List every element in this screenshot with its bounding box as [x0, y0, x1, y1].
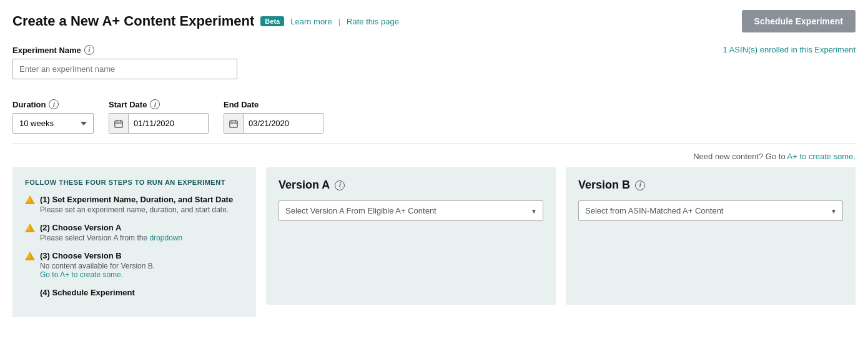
- version-b-title-row: Version B i: [578, 179, 843, 192]
- step-3-desc: No content available for Version B.: [40, 262, 155, 270]
- start-date-field: Start Date i: [109, 99, 209, 134]
- version-a-info-icon[interactable]: i: [335, 180, 345, 190]
- version-a-panel: Version A i Select Version A From Eligib…: [266, 167, 556, 305]
- start-date-info-icon[interactable]: i: [150, 99, 160, 109]
- header-divider: |: [338, 17, 340, 26]
- step-3-content: (3) Choose Version B No content availabl…: [40, 251, 155, 279]
- end-date-label: End Date: [224, 100, 323, 109]
- version-a-select[interactable]: Select Version A From Eligible A+ Conten…: [279, 200, 543, 221]
- step-3-title: (3) Choose Version B: [40, 251, 155, 260]
- experiment-name-section: Experiment Name i: [12, 45, 237, 79]
- start-date-input-wrapper: [109, 113, 209, 134]
- steps-panel-title: FOLLOW THESE FOUR STEPS TO RUN AN EXPERI…: [25, 179, 244, 186]
- duration-info-icon[interactable]: i: [49, 99, 59, 109]
- duration-select[interactable]: 10 weeks 4 weeks 6 weeks 8 weeks 12 week…: [12, 113, 94, 134]
- learn-more-link[interactable]: Learn more: [290, 17, 332, 26]
- version-b-title: Version B: [578, 179, 630, 192]
- version-b-select-wrapper: Select from ASIN-Matched A+ Content ▼: [578, 200, 843, 221]
- duration-field: Duration i 10 weeks 4 weeks 6 weeks 8 we…: [12, 99, 94, 134]
- schedule-experiment-button[interactable]: Schedule Experiment: [742, 10, 856, 32]
- step-3-create-link[interactable]: Go to A+ to create some.: [40, 270, 123, 279]
- svg-rect-4: [230, 121, 237, 127]
- page-title: Create a New A+ Content Experiment: [12, 13, 254, 29]
- step-2-warning-icon: [25, 224, 35, 234]
- step-1-warning-icon: [25, 195, 35, 206]
- step-2-content: (2) Choose Version A Please select Versi…: [40, 223, 182, 242]
- asin-info: 1 ASIN(s) enrolled in this Experiment: [723, 45, 856, 54]
- rate-page-link[interactable]: Rate this page: [347, 17, 399, 26]
- section-divider: [12, 144, 856, 144]
- step-1-desc: Please set an experiment name, duration,…: [40, 205, 233, 214]
- end-date-input[interactable]: [244, 114, 323, 133]
- need-content-text: Need new content? Go to: [693, 152, 787, 161]
- experiment-name-input[interactable]: [12, 59, 237, 79]
- header-left: Create a New A+ Content Experiment Beta …: [12, 13, 399, 29]
- need-content-bar: Need new content? Go to A+ to create som…: [12, 152, 856, 161]
- date-row: Duration i 10 weeks 4 weeks 6 weeks 8 we…: [12, 99, 856, 134]
- step-3-link-row: Go to A+ to create some.: [40, 270, 155, 279]
- version-b-info-icon[interactable]: i: [635, 180, 645, 190]
- version-a-title-row: Version A i: [279, 179, 543, 192]
- version-a-title: Version A: [279, 179, 330, 192]
- experiment-name-info-icon[interactable]: i: [84, 45, 94, 55]
- need-content-link[interactable]: A+ to create some.: [787, 152, 856, 161]
- step-4-title: (4) Schedule Experiment: [40, 288, 244, 297]
- step-4: (4) Schedule Experiment: [25, 288, 244, 297]
- step-3: (3) Choose Version B No content availabl…: [25, 251, 244, 279]
- step-2-desc: Please select Version A from the dropdow…: [40, 234, 182, 242]
- step-1-content: (1) Set Experiment Name, Duration, and S…: [40, 195, 233, 214]
- step-1-title: (1) Set Experiment Name, Duration, and S…: [40, 195, 233, 204]
- svg-rect-0: [115, 121, 122, 127]
- end-date-calendar-icon[interactable]: [224, 114, 244, 133]
- version-b-select[interactable]: Select from ASIN-Matched A+ Content: [578, 200, 843, 221]
- start-date-label: Start Date i: [109, 99, 209, 109]
- page-header: Create a New A+ Content Experiment Beta …: [12, 10, 856, 32]
- panels-row: FOLLOW THESE FOUR STEPS TO RUN AN EXPERI…: [12, 167, 856, 317]
- steps-panel: FOLLOW THESE FOUR STEPS TO RUN AN EXPERI…: [12, 167, 256, 317]
- step-3-warning-icon: [25, 252, 35, 262]
- version-a-select-wrapper: Select Version A From Eligible A+ Conten…: [279, 200, 543, 221]
- step-2-dropdown-link[interactable]: dropdown: [149, 234, 182, 242]
- duration-label: Duration i: [12, 99, 94, 109]
- beta-badge: Beta: [260, 16, 284, 26]
- start-date-calendar-icon[interactable]: [109, 114, 129, 133]
- end-date-input-wrapper: [224, 113, 323, 134]
- step-2-title: (2) Choose Version A: [40, 223, 182, 232]
- step-2: (2) Choose Version A Please select Versi…: [25, 223, 244, 242]
- step-1: (1) Set Experiment Name, Duration, and S…: [25, 195, 244, 214]
- start-date-input[interactable]: [129, 114, 208, 133]
- experiment-name-label: Experiment Name i: [12, 45, 237, 55]
- version-b-panel: Version B i Select from ASIN-Matched A+ …: [566, 167, 856, 305]
- end-date-field: End Date: [224, 100, 323, 134]
